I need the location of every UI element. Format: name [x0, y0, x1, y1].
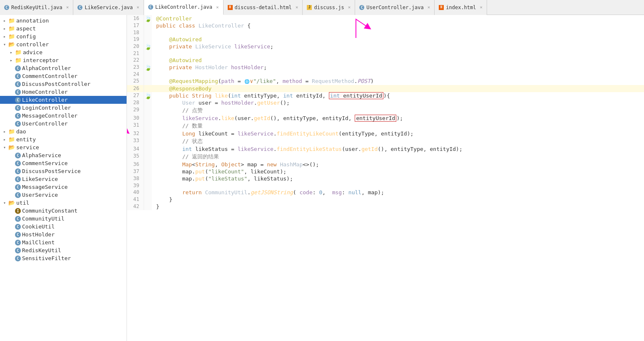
sidebar-item-commentservice[interactable]: C CommentService	[0, 159, 127, 167]
type-communityutil-40: CommunityUtil	[205, 189, 247, 196]
line-content-38: map.put("likeStatus", likeStatus);	[152, 175, 644, 182]
method-like: like	[215, 93, 228, 99]
sidebar-item-likeservice[interactable]: C LikeService	[0, 175, 127, 183]
kw-int-27a: int	[231, 93, 241, 99]
tab-close-usercontroller[interactable]: ×	[428, 5, 430, 10]
line-number-38: 38	[127, 175, 144, 182]
sidebar-label-alphacontroller: AlphaController	[22, 65, 71, 71]
sidebar-item-homecontroller[interactable]: C HomeController	[0, 88, 127, 96]
comment-return: // 返回的结果	[182, 153, 219, 160]
kw-null-40: null	[348, 189, 361, 196]
tab-usercontroller[interactable]: C UserController.java ×	[355, 0, 435, 15]
code-line-29: 29 // 点赞	[127, 106, 644, 115]
file-icon-logincontroller: C	[15, 105, 21, 111]
gutter-20: 🍃	[144, 43, 152, 50]
tab-bar: C RedisKeyUtil.java × C LikeService.java…	[0, 0, 644, 15]
sidebar-item-communityutil[interactable]: C CommunityUtil	[0, 215, 127, 223]
line-content-26: @ResponseBody	[152, 85, 644, 92]
arrow-icon-advice	[10, 50, 15, 55]
sidebar-item-sensitivefilter[interactable]: C SensitiveFilter	[0, 254, 127, 262]
sidebar-item-service[interactable]: 📂 service	[0, 143, 127, 151]
sidebar-label-aspect: aspect	[16, 25, 36, 32]
tab-label-discuss: discuss.js	[314, 5, 344, 10]
kw-private-23: private	[169, 64, 192, 70]
line-number-41: 41	[127, 196, 144, 203]
file-icon-usercontroller: C	[15, 121, 21, 127]
sidebar-item-rediskeyutil[interactable]: C RedisKeyUtil	[0, 246, 127, 254]
tab-likeservice[interactable]: C LikeService.java ×	[73, 0, 144, 15]
line-content-42: }	[152, 203, 644, 210]
sidebar-item-cookieutil[interactable]: C CookieUtil	[0, 223, 127, 231]
code-line-38: 38 map.put("likeStatus", likeStatus);	[127, 175, 644, 182]
var-likeservice-32: likeService	[238, 130, 274, 137]
code-line-39: 39	[127, 182, 644, 189]
tab-close-index[interactable]: ×	[480, 5, 483, 10]
line-content-21	[152, 50, 644, 57]
sidebar-label-logincontroller: LoginController	[22, 105, 71, 111]
sidebar-item-config[interactable]: 📁 config	[0, 33, 127, 40]
sidebar-item-util[interactable]: 📂 util	[0, 199, 127, 207]
tab-likecontroller[interactable]: C LikeController.java ×	[144, 0, 224, 15]
line-number-30: 30	[127, 115, 144, 122]
sidebar-item-logincontroller[interactable]: C LoginController	[0, 104, 127, 112]
sidebar-item-annotation[interactable]: 📁 annotation	[0, 17, 127, 25]
folder-icon-interceptor: 📁	[15, 57, 22, 63]
annotation-autowired-22: @Autowired	[169, 57, 201, 63]
line-number-18: 18	[127, 29, 144, 36]
code-area[interactable]: 16 🍃 @Controller 17 public class LikeCon…	[127, 15, 644, 210]
sidebar-item-entity[interactable]: 📁 entity	[0, 135, 127, 143]
arrow-icon-service	[3, 145, 8, 150]
gutter-40	[144, 189, 152, 196]
sidebar-item-advice[interactable]: 📁 advice	[0, 48, 127, 56]
sidebar-item-discusspostservice[interactable]: C DiscussPostService	[0, 167, 127, 175]
tab-close-likecontroller[interactable]: ×	[216, 5, 219, 10]
sidebar-item-usercontroller[interactable]: C UserController	[0, 120, 127, 128]
arrow-icon-controller	[3, 42, 8, 47]
code-line-40: 40 return CommunityUtil.getJSONString( c…	[127, 189, 644, 196]
kw-map-36: Map	[182, 161, 192, 168]
sidebar-item-alphacontroller[interactable]: C AlphaController	[0, 64, 127, 72]
tab-discuss[interactable]: J discuss.js ×	[303, 0, 355, 15]
sidebar-item-discusspostcontroller[interactable]: C DiscussPostController	[0, 80, 127, 88]
classname-likecontroller: LikeController	[199, 23, 244, 29]
tab-close-discuss-detail[interactable]: ×	[296, 5, 298, 10]
sidebar-item-interceptor[interactable]: 📁 interceptor	[0, 56, 127, 64]
type-likeservice-20: LikeService	[195, 43, 231, 50]
tab-redis[interactable]: C RedisKeyUtil.java ×	[0, 0, 73, 15]
code-line-21: 21	[127, 50, 644, 57]
line-number-25: 25	[127, 78, 144, 85]
sidebar-item-hostholder[interactable]: C HostHolder	[0, 231, 127, 238]
file-icon-likeservice: C	[15, 176, 21, 182]
tab-close-discuss[interactable]: ×	[348, 5, 351, 10]
sidebar-item-messagecontroller[interactable]: C MessageController	[0, 112, 127, 120]
sidebar-label-commentcontroller: CommentController	[22, 73, 77, 79]
sidebar-item-dao[interactable]: 📁 dao	[0, 128, 127, 135]
tab-index[interactable]: H index.html ×	[435, 0, 487, 15]
code-editor[interactable]: 16 🍃 @Controller 17 public class LikeCon…	[127, 15, 644, 341]
tab-discuss-detail[interactable]: H discuss-detail.html ×	[224, 0, 303, 15]
code-line-26: 26 @ResponseBody	[127, 85, 644, 92]
sidebar-item-aspect[interactable]: 📁 aspect	[0, 25, 127, 33]
sidebar-item-likecontroller[interactable]: C LikeController	[0, 96, 127, 104]
file-icon-discusspostcontroller: C	[15, 81, 21, 87]
sidebar-label-messageservice: MessageService	[22, 184, 68, 190]
line-number-42: 42	[127, 203, 144, 210]
sidebar-label-discusspostcontroller: DiscussPostController	[22, 81, 90, 87]
tab-close-redis[interactable]: ×	[66, 5, 69, 10]
sidebar-label-mailclient: MailClient	[22, 239, 55, 246]
string-likestatus: "likeStatus"	[208, 176, 247, 182]
highlight-box-1: int entityUserId	[329, 92, 383, 99]
tab-close-likeservice[interactable]: ×	[137, 5, 139, 10]
sidebar-item-userservice[interactable]: C UserService	[0, 191, 127, 199]
folder-icon-config: 📁	[8, 33, 15, 40]
code-line-32: 32 Long likeCount = likeService.findEnti…	[127, 130, 644, 137]
sidebar-item-alphaservice[interactable]: C AlphaService	[0, 151, 127, 159]
line-number-20: 20	[127, 43, 144, 50]
sidebar-item-mailclient[interactable]: C MailClient	[0, 238, 127, 246]
sidebar-item-messageservice[interactable]: C MessageService	[0, 183, 127, 191]
sidebar-item-commentcontroller[interactable]: C CommentController	[0, 72, 127, 80]
sidebar-item-controller[interactable]: 📂 controller	[0, 40, 127, 48]
sidebar-item-communityconstant[interactable]: I CommunityConstant	[0, 207, 127, 215]
folder-icon-dao: 📁	[8, 128, 15, 135]
arrow-icon-interceptor	[10, 58, 15, 63]
